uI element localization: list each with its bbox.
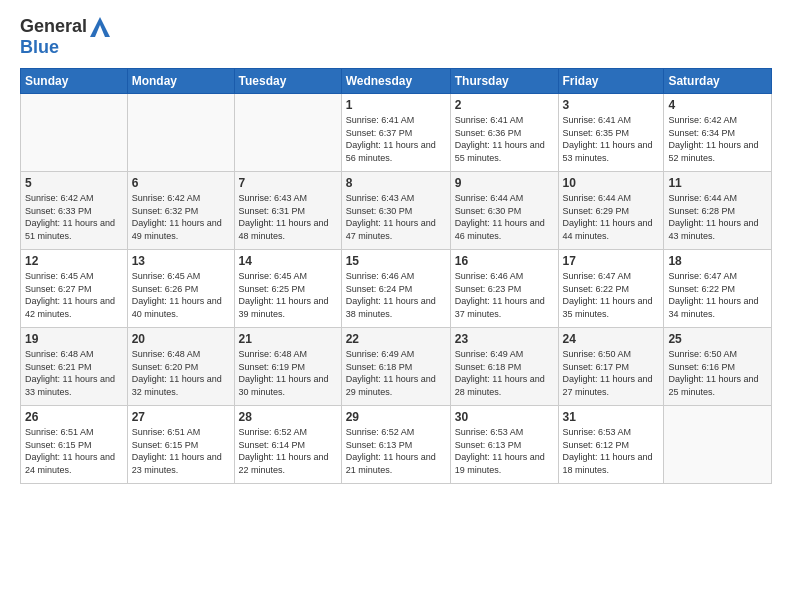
calendar-cell: 18Sunrise: 6:47 AMSunset: 6:22 PMDayligh… [664,250,772,328]
day-number: 3 [563,98,660,112]
day-info: Sunrise: 6:53 AMSunset: 6:12 PMDaylight:… [563,426,660,476]
calendar-cell: 9Sunrise: 6:44 AMSunset: 6:30 PMDaylight… [450,172,558,250]
day-number: 30 [455,410,554,424]
calendar-cell: 1Sunrise: 6:41 AMSunset: 6:37 PMDaylight… [341,94,450,172]
day-info: Sunrise: 6:45 AMSunset: 6:26 PMDaylight:… [132,270,230,320]
calendar-cell: 30Sunrise: 6:53 AMSunset: 6:13 PMDayligh… [450,406,558,484]
header-row: SundayMondayTuesdayWednesdayThursdayFrid… [21,69,772,94]
calendar-week: 5Sunrise: 6:42 AMSunset: 6:33 PMDaylight… [21,172,772,250]
calendar-cell: 15Sunrise: 6:46 AMSunset: 6:24 PMDayligh… [341,250,450,328]
day-number: 21 [239,332,337,346]
day-number: 26 [25,410,123,424]
day-info: Sunrise: 6:49 AMSunset: 6:18 PMDaylight:… [455,348,554,398]
day-info: Sunrise: 6:44 AMSunset: 6:29 PMDaylight:… [563,192,660,242]
header-day: Tuesday [234,69,341,94]
day-info: Sunrise: 6:43 AMSunset: 6:31 PMDaylight:… [239,192,337,242]
day-info: Sunrise: 6:45 AMSunset: 6:25 PMDaylight:… [239,270,337,320]
day-info: Sunrise: 6:44 AMSunset: 6:28 PMDaylight:… [668,192,767,242]
calendar-week: 1Sunrise: 6:41 AMSunset: 6:37 PMDaylight… [21,94,772,172]
calendar-table: SundayMondayTuesdayWednesdayThursdayFrid… [20,68,772,484]
day-number: 2 [455,98,554,112]
calendar-cell: 5Sunrise: 6:42 AMSunset: 6:33 PMDaylight… [21,172,128,250]
header-day: Monday [127,69,234,94]
day-info: Sunrise: 6:42 AMSunset: 6:34 PMDaylight:… [668,114,767,164]
day-number: 4 [668,98,767,112]
day-info: Sunrise: 6:52 AMSunset: 6:13 PMDaylight:… [346,426,446,476]
day-info: Sunrise: 6:47 AMSunset: 6:22 PMDaylight:… [668,270,767,320]
day-number: 15 [346,254,446,268]
calendar-cell: 7Sunrise: 6:43 AMSunset: 6:31 PMDaylight… [234,172,341,250]
day-number: 20 [132,332,230,346]
day-number: 1 [346,98,446,112]
calendar-cell: 29Sunrise: 6:52 AMSunset: 6:13 PMDayligh… [341,406,450,484]
header-day: Saturday [664,69,772,94]
day-number: 13 [132,254,230,268]
day-info: Sunrise: 6:51 AMSunset: 6:15 PMDaylight:… [132,426,230,476]
day-info: Sunrise: 6:46 AMSunset: 6:24 PMDaylight:… [346,270,446,320]
calendar-cell: 28Sunrise: 6:52 AMSunset: 6:14 PMDayligh… [234,406,341,484]
logo-container: General Blue [20,16,110,58]
calendar-cell: 31Sunrise: 6:53 AMSunset: 6:12 PMDayligh… [558,406,664,484]
logo-triangle-icon [90,17,110,37]
day-info: Sunrise: 6:45 AMSunset: 6:27 PMDaylight:… [25,270,123,320]
calendar-cell [234,94,341,172]
calendar-week: 19Sunrise: 6:48 AMSunset: 6:21 PMDayligh… [21,328,772,406]
calendar-cell: 6Sunrise: 6:42 AMSunset: 6:32 PMDaylight… [127,172,234,250]
header-day: Friday [558,69,664,94]
day-info: Sunrise: 6:49 AMSunset: 6:18 PMDaylight:… [346,348,446,398]
day-number: 16 [455,254,554,268]
header-day: Wednesday [341,69,450,94]
day-info: Sunrise: 6:46 AMSunset: 6:23 PMDaylight:… [455,270,554,320]
day-number: 27 [132,410,230,424]
day-number: 5 [25,176,123,190]
day-number: 7 [239,176,337,190]
day-info: Sunrise: 6:50 AMSunset: 6:17 PMDaylight:… [563,348,660,398]
calendar-cell: 24Sunrise: 6:50 AMSunset: 6:17 PMDayligh… [558,328,664,406]
day-info: Sunrise: 6:41 AMSunset: 6:37 PMDaylight:… [346,114,446,164]
logo-general: General [20,16,87,37]
day-info: Sunrise: 6:43 AMSunset: 6:30 PMDaylight:… [346,192,446,242]
calendar-cell: 21Sunrise: 6:48 AMSunset: 6:19 PMDayligh… [234,328,341,406]
day-info: Sunrise: 6:44 AMSunset: 6:30 PMDaylight:… [455,192,554,242]
day-number: 22 [346,332,446,346]
day-info: Sunrise: 6:48 AMSunset: 6:20 PMDaylight:… [132,348,230,398]
logo-blue: Blue [20,37,59,58]
calendar-cell: 11Sunrise: 6:44 AMSunset: 6:28 PMDayligh… [664,172,772,250]
day-info: Sunrise: 6:51 AMSunset: 6:15 PMDaylight:… [25,426,123,476]
day-info: Sunrise: 6:48 AMSunset: 6:21 PMDaylight:… [25,348,123,398]
day-number: 10 [563,176,660,190]
logo: General Blue [20,16,110,58]
calendar-cell: 8Sunrise: 6:43 AMSunset: 6:30 PMDaylight… [341,172,450,250]
calendar-week: 12Sunrise: 6:45 AMSunset: 6:27 PMDayligh… [21,250,772,328]
calendar-cell: 26Sunrise: 6:51 AMSunset: 6:15 PMDayligh… [21,406,128,484]
header: General Blue [20,16,772,58]
day-number: 8 [346,176,446,190]
calendar-cell: 17Sunrise: 6:47 AMSunset: 6:22 PMDayligh… [558,250,664,328]
day-number: 12 [25,254,123,268]
header-day: Sunday [21,69,128,94]
day-info: Sunrise: 6:47 AMSunset: 6:22 PMDaylight:… [563,270,660,320]
day-info: Sunrise: 6:50 AMSunset: 6:16 PMDaylight:… [668,348,767,398]
calendar-cell [664,406,772,484]
day-number: 25 [668,332,767,346]
day-number: 14 [239,254,337,268]
calendar-cell: 20Sunrise: 6:48 AMSunset: 6:20 PMDayligh… [127,328,234,406]
calendar-cell: 10Sunrise: 6:44 AMSunset: 6:29 PMDayligh… [558,172,664,250]
calendar-cell: 16Sunrise: 6:46 AMSunset: 6:23 PMDayligh… [450,250,558,328]
day-number: 9 [455,176,554,190]
calendar-cell: 13Sunrise: 6:45 AMSunset: 6:26 PMDayligh… [127,250,234,328]
day-number: 11 [668,176,767,190]
day-number: 19 [25,332,123,346]
day-info: Sunrise: 6:42 AMSunset: 6:32 PMDaylight:… [132,192,230,242]
day-number: 18 [668,254,767,268]
calendar-cell [21,94,128,172]
day-info: Sunrise: 6:53 AMSunset: 6:13 PMDaylight:… [455,426,554,476]
calendar-cell: 22Sunrise: 6:49 AMSunset: 6:18 PMDayligh… [341,328,450,406]
day-number: 28 [239,410,337,424]
day-number: 17 [563,254,660,268]
day-info: Sunrise: 6:48 AMSunset: 6:19 PMDaylight:… [239,348,337,398]
calendar-cell: 12Sunrise: 6:45 AMSunset: 6:27 PMDayligh… [21,250,128,328]
calendar-cell: 25Sunrise: 6:50 AMSunset: 6:16 PMDayligh… [664,328,772,406]
calendar-cell: 27Sunrise: 6:51 AMSunset: 6:15 PMDayligh… [127,406,234,484]
calendar-cell: 23Sunrise: 6:49 AMSunset: 6:18 PMDayligh… [450,328,558,406]
